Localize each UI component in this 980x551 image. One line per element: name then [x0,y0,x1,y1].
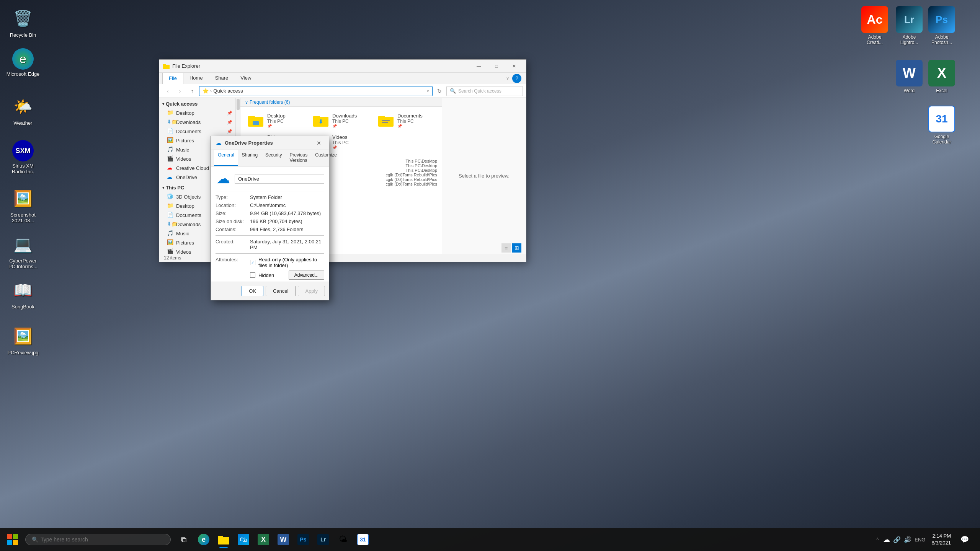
frequent-folders-header[interactable]: ∨ Frequent folders (6) [240,98,442,107]
ribbon-collapse-btn[interactable]: ∨ [506,76,509,81]
excel-label: Excel [936,88,947,93]
onedrive-tray-icon[interactable]: ☁ [883,535,890,544]
quick-access-path: Quick access [213,88,243,94]
taskbar-store-icon[interactable]: 🛍 [234,530,253,549]
sidebar-quick-access-header[interactable]: ▾ Quick access [159,99,235,108]
maximize-button[interactable]: □ [488,60,505,72]
taskbar-clock[interactable]: 2:14 PM 8/3/2021 [928,531,954,548]
keyboard-layout-icon[interactable]: ENG [915,537,925,543]
back-button[interactable]: ‹ [162,86,173,96]
svg-rect-6 [313,116,320,118]
chevron-icon: ▾ [162,102,164,106]
songbook-label: SongBook [11,304,34,310]
taskbar-edge-icon[interactable]: e [194,530,214,549]
videos-icon: 🎬 [167,155,174,162]
desktop-icon-weather[interactable]: 🌤️ Weather [4,92,42,128]
sidebar-item-desktop[interactable]: 📁 Desktop 📌 [159,108,235,117]
up-button[interactable]: ↑ [187,86,198,96]
desktop-icon-cyberpower[interactable]: 💻 CyberPower PC Informs... [4,230,42,272]
pin-icon: 📌 [227,111,232,116]
taskbar-lightroom-icon[interactable]: Lr [313,530,333,549]
apply-button[interactable]: Apply [298,286,325,296]
taskbar-photoshop-icon[interactable]: Ps [293,530,313,549]
ribbon: File Home Share View ∨ ? [159,73,526,84]
location-label: Location: [216,202,250,208]
desktop-icon-adobe-creative[interactable]: Ac Adobe Creati... [858,4,892,47]
speaker-tray-icon[interactable]: 🔊 [904,536,911,543]
start-button[interactable] [3,530,22,549]
tray-overflow-button[interactable]: ^ [875,535,880,544]
search-box[interactable]: 🔍 Search Quick access [446,86,523,96]
tab-security[interactable]: Security [261,150,286,166]
documents2-label: Documents [176,212,201,218]
taskbar-calendar-icon[interactable]: 31 [353,530,373,549]
taskbar-search[interactable]: 🔍 [25,534,171,545]
folder-item-downloads[interactable]: ⬇ Downloads This PC 📌 [309,110,374,131]
photoshop-icon: Ps [928,6,955,33]
tab-customize[interactable]: Customize [311,150,341,166]
desktop-icon-recycle-bin[interactable]: 🗑️ Recycle Bin [4,4,42,40]
path-dropdown-icon[interactable]: ∨ [426,89,429,93]
desktop-icon-excel[interactable]: X Excel [924,57,959,96]
taskbar-weather-icon[interactable]: 🌤 [333,530,353,549]
desktop-icon-screenshot[interactable]: 🖼️ Screenshot 2021-08... [4,184,42,226]
tab-file[interactable]: File [162,73,183,84]
folder-item-documents[interactable]: Documents This PC 📌 [374,110,439,131]
desktop-icon-lightroom[interactable]: Lr Adobe Lightro... [892,4,926,47]
attributes-section: Attributes: Read-only (Only applies to f… [216,257,324,282]
folder-item-desktop[interactable]: Desktop This PC 📌 [243,110,309,131]
tab-view[interactable]: View [234,73,257,84]
forward-button[interactable]: › [175,86,185,96]
cancel-button[interactable]: Cancel [266,286,296,296]
network-tray-icon[interactable]: 🔗 [893,536,901,543]
edge-app-icon: e [198,534,209,545]
svg-rect-3 [248,116,255,118]
store-app-icon: 🛍 [238,534,249,545]
details-view-button[interactable]: ≡ [501,243,511,253]
address-path[interactable]: ⭐ › Quick access ∨ [199,86,433,96]
minimize-button[interactable]: — [470,60,488,72]
siriusxm-icon: SXM [12,140,34,161]
advanced-button[interactable]: Advanced... [289,271,324,280]
desktop-icon-google-calendar[interactable]: 31 Google Calendar [924,103,959,147]
readonly-checkbox[interactable] [250,260,255,265]
preview-path-3: This PC\Desktop [386,168,437,173]
hidden-checkbox[interactable] [250,272,255,278]
ok-button[interactable]: OK [242,286,263,296]
taskbar-excel-icon[interactable]: X [253,530,273,549]
taskbar-file-explorer-icon[interactable] [214,530,234,549]
desktop-icon-siriusxm[interactable]: SXM Sirius XM Radio Inc. [4,138,42,177]
taskbar-word-icon[interactable]: W [273,530,293,549]
sidebar-item-downloads[interactable]: ⬇📁 Downloads 📌 [159,117,235,127]
tab-general[interactable]: General [214,150,238,166]
dialog-button-row: OK Cancel Apply [215,286,325,296]
help-button[interactable]: ? [512,74,521,83]
chevron-right-icon: › [210,88,212,94]
desktop-icon-pcreview[interactable]: 🖼️ PCReview.jpg [4,321,42,358]
close-button[interactable]: ✕ [505,60,523,72]
desktop-icon-photoshop[interactable]: Ps Adobe Photosh... [924,4,959,47]
tab-home[interactable]: Home [183,73,209,84]
taskbar-search-input[interactable] [41,536,164,543]
sidebar-item-documents[interactable]: 📄 Documents 📌 [159,127,235,136]
clock-time: 2:14 PM [933,533,951,540]
refresh-button[interactable]: ↻ [434,86,445,96]
type-label: Type: [216,194,250,200]
music-icon: 🎵 [167,146,174,153]
desktop-icon-edge[interactable]: e Microsoft Edge [4,46,42,79]
desktop-icon-word[interactable]: W Word [892,57,926,96]
tab-share[interactable]: Share [209,73,235,84]
3d-icon: 🧊 [167,193,174,200]
tab-previous-versions[interactable]: Previous Versions [286,150,311,166]
tiles-view-button[interactable]: ⊞ [512,243,521,253]
task-view-button[interactable]: ⧉ [174,530,194,549]
address-bar: ‹ › ↑ ⭐ › Quick access ∨ ↻ 🔍 Search Quic… [159,84,526,98]
downloads2-label: Downloads [176,222,201,227]
preview-paths: This PC\Desktop This PC\Desktop This PC\… [381,156,442,189]
folder-name-input[interactable] [235,174,324,184]
tab-sharing[interactable]: Sharing [238,150,261,166]
notification-button[interactable]: 💬 [957,530,972,549]
adobe-creative-icon: Ac [861,6,888,33]
desktop-icon-songbook[interactable]: 📖 SongBook [4,276,42,312]
dialog-close-button[interactable]: ✕ [314,138,324,148]
